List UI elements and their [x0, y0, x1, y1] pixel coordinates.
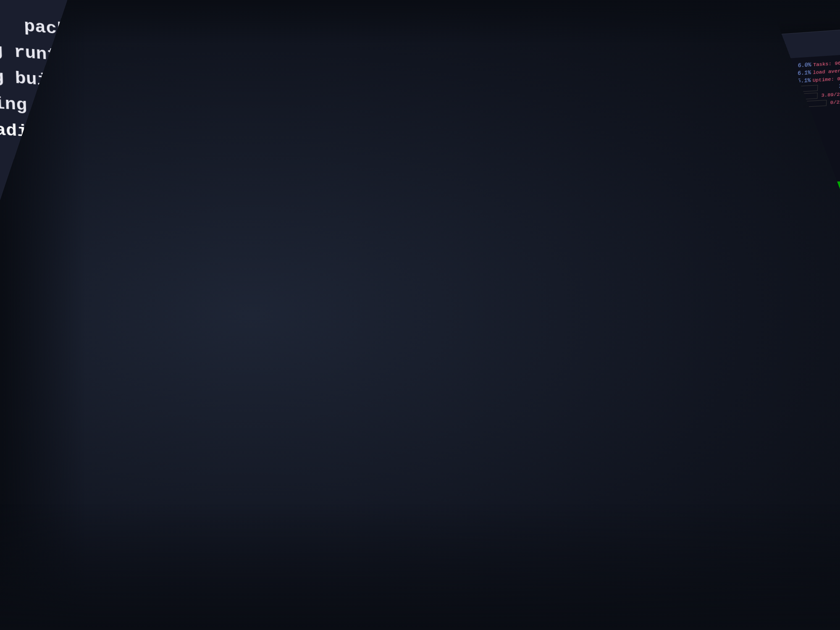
col-pid: PID: [590, 190, 613, 197]
terminal-line: android-sdk.sh: [0, 273, 401, 298]
menu-help[interactable]: Help: [720, 54, 734, 61]
cpu-label-2: 2: [589, 82, 601, 89]
cpu-bracket-open: [: [601, 82, 604, 89]
close-button[interactable]: [591, 52, 596, 58]
menu-view[interactable]: View: [634, 60, 647, 67]
mem-label: Mem: [589, 104, 603, 111]
menu-file[interactable]: File: [591, 63, 604, 70]
col-ni: NI: [669, 187, 681, 194]
minimize-button[interactable]: [599, 52, 605, 58]
cpu-val-2: 6.1%: [779, 70, 811, 78]
swp-label: Swp: [588, 112, 603, 118]
terminal-main: installing package package: android-sdk …: [0, 0, 423, 612]
menu-terminal[interactable]: Terminal: [684, 55, 711, 63]
cpu-val-4: 3.0%: [819, 83, 840, 91]
cpu-bracket-open: [: [600, 89, 604, 96]
cpu-label-4: 4: [589, 97, 601, 104]
scene: installing package package: android-sdk …: [0, 0, 840, 630]
cpu-val-3: 5.1%: [779, 77, 811, 85]
cpu-bracket-open: [: [601, 75, 604, 81]
maximize-button[interactable]: [608, 51, 614, 57]
cpu-val-1: 6.0%: [779, 62, 811, 70]
cpu-label-3: 3: [589, 90, 601, 97]
menu-search[interactable]: Search: [655, 58, 675, 65]
cpu-bracket-open: [: [600, 97, 604, 103]
col-pri: PRI: [653, 188, 664, 194]
htop-body: 1 [ 6.0% Tasks: 96, 98 2 [ 6.1% lo: [583, 54, 840, 264]
cpu-label-1: 1: [589, 75, 601, 82]
col-user: USER: [617, 189, 648, 196]
terminal-htop: File Edit View Search Terminal Help 1 [ …: [581, 28, 840, 410]
swp-val: 0/21.0G: [830, 99, 840, 105]
terminal-line: [0, 247, 402, 273]
mem-val: 3.89/21.0G: [821, 91, 840, 98]
menu-edit[interactable]: Edit: [612, 61, 625, 68]
